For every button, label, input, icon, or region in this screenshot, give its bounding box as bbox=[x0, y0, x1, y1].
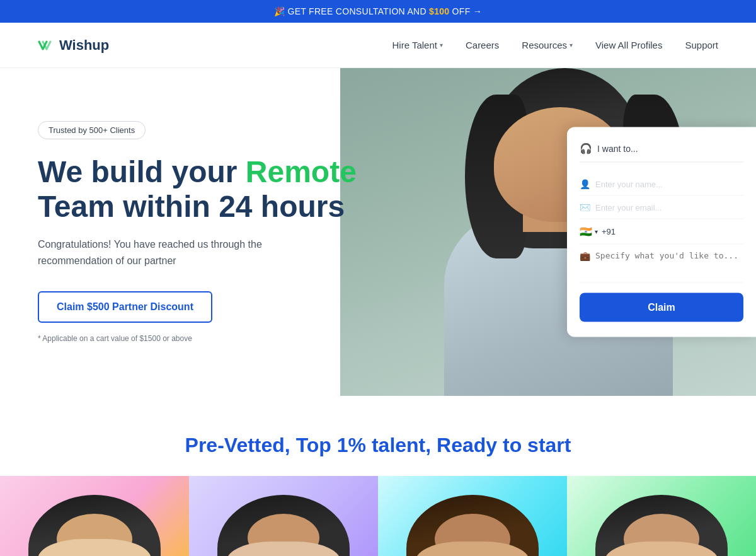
navbar: Wishup Hire Talent ▾ Careers Resources ▾… bbox=[0, 23, 756, 68]
nav-item-careers[interactable]: Careers bbox=[466, 40, 499, 50]
nav-link-support[interactable]: Support bbox=[685, 40, 718, 50]
talent-cards bbox=[0, 476, 756, 556]
name-input[interactable] bbox=[595, 179, 743, 188]
spec-field-group: 💼 bbox=[580, 245, 743, 283]
nav-item-support[interactable]: Support bbox=[685, 40, 718, 50]
nav-item-hire-talent[interactable]: Hire Talent ▾ bbox=[392, 40, 443, 50]
form-title: I want to... bbox=[597, 143, 638, 153]
hero-heading: We build your Remote Team within 24 hour… bbox=[38, 154, 378, 224]
talent-card-2 bbox=[189, 476, 378, 556]
hero-heading-line2: Team within 24 hours bbox=[38, 190, 345, 223]
claim-form-button[interactable]: Claim bbox=[580, 293, 743, 322]
logo-icon bbox=[38, 39, 55, 52]
chevron-down-icon-2: ▾ bbox=[570, 42, 573, 49]
form-panel: 🎧 I want to... 👤 ✉️ 🇮🇳 ▾ +91 💼 Claim bbox=[567, 127, 756, 337]
hero-subtext: Congratulations! You have reached us thr… bbox=[38, 236, 315, 269]
talent-card-3 bbox=[378, 476, 567, 556]
nav-link-hire-talent[interactable]: Hire Talent ▾ bbox=[392, 40, 443, 50]
trusted-badge: Trusted by 500+ Clients bbox=[38, 121, 146, 139]
chevron-down-icon: ▾ bbox=[440, 42, 443, 49]
nav-item-resources[interactable]: Resources ▾ bbox=[522, 40, 573, 50]
talent-person-1 bbox=[0, 476, 189, 556]
hero-heading-plain: We build your bbox=[38, 155, 246, 188]
chevron-down-icon-3: ▾ bbox=[595, 228, 598, 235]
talent-person-2 bbox=[189, 476, 378, 556]
talent-person-4 bbox=[567, 476, 756, 556]
email-icon: ✉️ bbox=[580, 202, 590, 212]
email-input[interactable] bbox=[595, 202, 743, 212]
nav-link-resources[interactable]: Resources ▾ bbox=[522, 40, 573, 50]
person-icon: 👤 bbox=[580, 179, 590, 189]
top-banner: 🎉 GET FREE CONSULTATION AND $100 OFF → bbox=[0, 0, 756, 23]
applicable-note: * Applicable on a cart value of $1500 or… bbox=[38, 334, 378, 343]
hero-left: Trusted by 500+ Clients We build your Re… bbox=[0, 68, 416, 396]
nav-link-careers[interactable]: Careers bbox=[466, 40, 499, 50]
country-selector[interactable]: 🇮🇳 ▾ +91 bbox=[580, 226, 616, 238]
prevetted-section: Pre-Vetted, Top 1% talent, Ready to star… bbox=[0, 396, 756, 476]
prevetted-title: Pre-Vetted, Top 1% talent, Ready to star… bbox=[25, 434, 731, 457]
name-field-group: 👤 bbox=[580, 173, 743, 196]
hero-heading-highlight: Remote bbox=[246, 155, 357, 188]
logo-text: Wishup bbox=[59, 37, 109, 54]
phone-code: +91 bbox=[602, 227, 616, 236]
nav-link-view-all-profiles[interactable]: View All Profiles bbox=[595, 40, 662, 50]
logo[interactable]: Wishup bbox=[38, 37, 109, 54]
banner-pre-text: 🎉 GET FREE CONSULTATION AND bbox=[274, 6, 429, 16]
nav-links: Hire Talent ▾ Careers Resources ▾ View A… bbox=[392, 40, 718, 50]
phone-input[interactable] bbox=[619, 227, 743, 236]
phone-field-group: 🇮🇳 ▾ +91 bbox=[580, 219, 743, 245]
talent-card-4 bbox=[567, 476, 756, 556]
claim-partner-button[interactable]: Claim $500 Partner Discount bbox=[38, 291, 212, 323]
banner-highlight: $100 bbox=[429, 6, 449, 16]
headset-icon: 🎧 bbox=[580, 142, 592, 154]
talent-person-3 bbox=[378, 476, 567, 556]
flag-emoji: 🇮🇳 bbox=[580, 226, 592, 238]
banner-post-text: OFF → bbox=[449, 6, 482, 16]
email-field-group: ✉️ bbox=[580, 196, 743, 219]
nav-item-view-all-profiles[interactable]: View All Profiles bbox=[595, 40, 662, 50]
talent-card-1 bbox=[0, 476, 189, 556]
hero-section: Trusted by 500+ Clients We build your Re… bbox=[0, 68, 756, 396]
spec-textarea[interactable] bbox=[595, 251, 743, 276]
form-title-row: 🎧 I want to... bbox=[580, 142, 743, 163]
briefcase-icon: 💼 bbox=[580, 251, 590, 261]
